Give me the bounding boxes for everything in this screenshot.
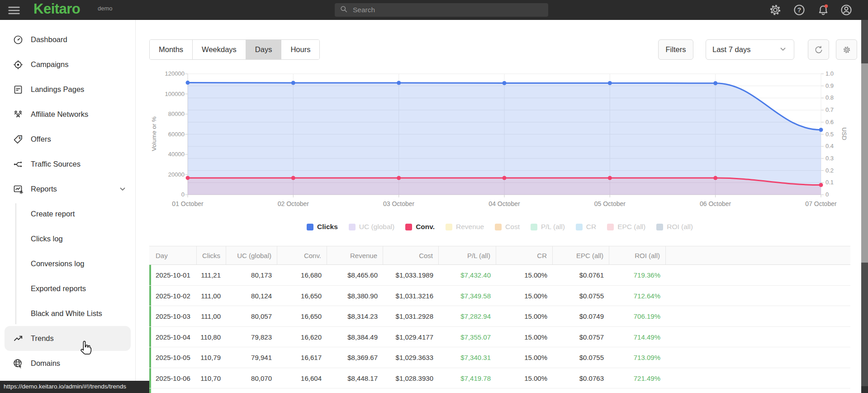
- notifications-bell-icon[interactable]: [817, 4, 830, 16]
- sidebar-item-label: Affiliate Networks: [31, 110, 88, 119]
- hamburger-menu-icon[interactable]: [7, 4, 21, 17]
- svg-text:$: $: [19, 136, 21, 140]
- sidebar-subitem-clicks-log[interactable]: Clicks log: [0, 226, 135, 251]
- refresh-button[interactable]: [808, 39, 829, 60]
- legend-item-cost[interactable]: Cost: [495, 223, 520, 231]
- cell-revenue: $8,465.60: [327, 265, 383, 285]
- legend-item-revenue[interactable]: Revenue: [446, 223, 484, 231]
- tab-days[interactable]: Days: [246, 40, 282, 59]
- sidebar-item-label: Domains: [31, 359, 60, 368]
- sidebar-item-dashboard[interactable]: Dashboard: [0, 27, 135, 52]
- sidebar-item-trends[interactable]: Trends: [5, 326, 131, 351]
- legend-item-roi-all-[interactable]: ROI (all): [656, 223, 693, 231]
- cell-roi-all-: 721.49%: [609, 368, 666, 388]
- cell-day: 2025-10-06: [149, 368, 197, 388]
- column-header-uc-global-[interactable]: UC (global): [226, 246, 277, 264]
- filters-button[interactable]: Filters: [658, 39, 693, 60]
- cell-conv-: 16,680: [277, 265, 327, 285]
- campaigns-icon: [13, 59, 24, 70]
- cell-p-l-all-: $7,282.94: [439, 306, 496, 326]
- settings-gear-icon[interactable]: [769, 4, 782, 16]
- cell-filler: [666, 306, 850, 326]
- chart-settings-button[interactable]: [836, 39, 857, 60]
- brand-logo[interactable]: Keitaro: [33, 1, 80, 17]
- date-range-dropdown[interactable]: Last 7 days: [706, 39, 794, 60]
- reports-icon: [13, 184, 24, 195]
- column-header-clicks[interactable]: Clicks: [197, 246, 226, 264]
- column-header-cr[interactable]: CR: [496, 246, 553, 264]
- legend-item-clicks[interactable]: Clicks: [307, 223, 338, 231]
- search-input[interactable]: Search: [335, 3, 548, 17]
- cell-roi-all-: 706.19%: [609, 306, 666, 326]
- cell-clicks: 64,40: [197, 388, 226, 393]
- cell-cost: $1,028.3930: [383, 368, 439, 388]
- table-row: 2025-10-01111,2180,17316,680$8,465.60$1,…: [149, 265, 850, 286]
- legend-item-p-l-all-[interactable]: P/L (all): [531, 223, 565, 231]
- trends-chart: Volume or % USD 120000100000800006000040…: [149, 68, 850, 217]
- column-header-epc-all-[interactable]: EPC (all): [553, 246, 609, 264]
- column-header-revenue[interactable]: Revenue: [327, 246, 383, 264]
- sidebar-item-label: Trends: [31, 334, 54, 343]
- legend-label: P/L (all): [541, 223, 565, 231]
- x-axis-label: 05 October: [583, 200, 637, 207]
- right-axis-tick: 0.8: [825, 94, 844, 101]
- cell-conv-: 16,604: [277, 368, 327, 388]
- right-axis-tick: 0.7: [825, 106, 844, 113]
- cell-epc-all-: $0.0749: [553, 306, 609, 326]
- trends-table: DayClicksUC (global)Conv.RevenueCostP/L …: [149, 246, 850, 393]
- help-icon[interactable]: ?: [793, 4, 806, 16]
- cell-revenue: $8,369.67: [327, 347, 383, 368]
- sidebar-subitem-create-report[interactable]: Create report: [0, 201, 135, 226]
- column-header-p-l-all-[interactable]: P/L (all): [439, 246, 496, 264]
- column-header-day[interactable]: Day: [149, 246, 197, 264]
- sidebar-subitem-black-and-white-lists[interactable]: Black and White Lists: [0, 301, 135, 326]
- tab-weekdays[interactable]: Weekdays: [193, 40, 246, 59]
- account-icon[interactable]: [840, 4, 853, 16]
- cell-roi-all-: 714.49%: [609, 327, 666, 347]
- cell-filler: [666, 368, 850, 388]
- table-row: 2025-10-06110,7080,07016,604$8,448.17$1,…: [149, 368, 850, 389]
- cell-clicks: 111,21: [197, 265, 226, 285]
- sidebar-item-affiliate-networks[interactable]: Affiliate Networks: [0, 102, 135, 127]
- cell-uc-global-: 79,941: [226, 347, 277, 368]
- x-axis-label: 03 October: [372, 200, 426, 207]
- column-header-roi-all-[interactable]: ROI (all): [609, 246, 666, 264]
- column-header-conv-[interactable]: Conv.: [277, 246, 327, 264]
- chevron-down-icon[interactable]: [118, 184, 127, 195]
- cell-p-l-all-: $7,355.07: [439, 327, 496, 347]
- cell-cost: $527.0999: [383, 388, 439, 393]
- legend-label: Cost: [505, 223, 520, 231]
- x-axis-label: 06 October: [688, 200, 743, 207]
- cell-cr: 15.00%: [496, 368, 553, 388]
- cell-clicks: 110,70: [197, 368, 226, 388]
- cell-uc-global-: 80,057: [226, 306, 277, 326]
- sidebar-item-reports[interactable]: Reports: [0, 177, 135, 201]
- column-header-filler: [666, 246, 850, 264]
- left-axis-tick: 60000: [149, 131, 185, 138]
- cell-day: 2025-10-05: [149, 347, 197, 368]
- cell-epc-all-: $0.0757: [553, 327, 609, 347]
- sidebar-item-campaigns[interactable]: Campaigns: [0, 52, 135, 77]
- legend-item-cr[interactable]: CR: [576, 223, 596, 231]
- sidebar-item-landings-pages[interactable]: Landings Pages: [0, 77, 135, 102]
- tab-hours[interactable]: Hours: [281, 40, 319, 59]
- scrollbar-thumb[interactable]: [861, 63, 868, 263]
- legend-item-conv-[interactable]: Conv.: [405, 223, 435, 231]
- right-axis-tick: 0.3: [825, 155, 844, 162]
- period-tabs: MonthsWeekdaysDaysHours: [149, 39, 320, 60]
- sidebar-subitem-exported-reports[interactable]: Exported reports: [0, 276, 135, 301]
- left-axis-tick: 0: [149, 191, 185, 198]
- cell-cr: 15.00%: [496, 306, 553, 326]
- left-axis-tick: 100000: [149, 91, 185, 97]
- column-header-cost[interactable]: Cost: [383, 246, 439, 264]
- cell-clicks: 110,79: [197, 347, 226, 368]
- sidebar-item-traffic-sources[interactable]: Traffic Sources: [0, 152, 135, 177]
- right-axis-tick: 0.6: [825, 119, 844, 125]
- legend-item-uc-global-[interactable]: UC (global): [349, 223, 394, 231]
- tab-months[interactable]: Months: [150, 40, 193, 59]
- sidebar-item-domains[interactable]: Domains: [0, 351, 135, 376]
- legend-item-epc-all-[interactable]: EPC (all): [607, 223, 645, 231]
- sidebar-item-offers[interactable]: $Offers: [0, 127, 135, 152]
- sidebar-subitem-conversions-log[interactable]: Conversions log: [0, 251, 135, 276]
- sidebar-item-label: Traffic Sources: [31, 160, 81, 168]
